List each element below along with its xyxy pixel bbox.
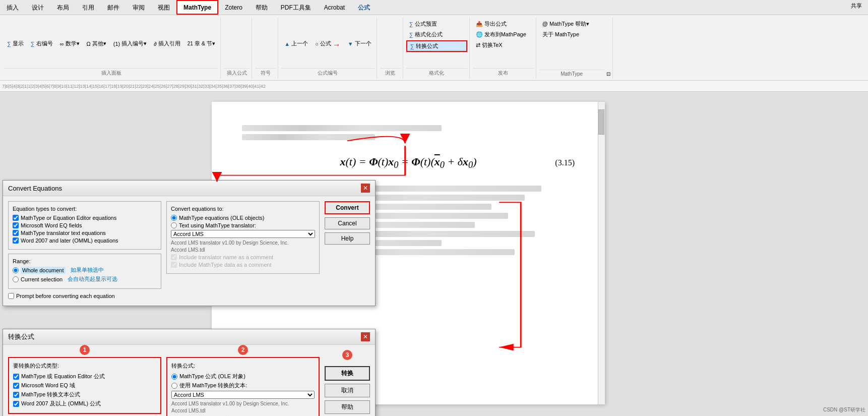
group-title-symbol: 符号 — [255, 68, 276, 77]
tab-mathtype[interactable]: MathType — [176, 0, 218, 15]
btn-export-formula[interactable]: 📤 导出公式 — [473, 19, 534, 29]
btn-publish-mathpage[interactable]: 🌐 发布到MathPage — [473, 30, 534, 39]
checkbox-mathtype-eq[interactable]: MathType or Equation Editor equations — [13, 215, 157, 221]
scrollbar[interactable] — [598, 102, 605, 404]
tab-reference[interactable]: 引用 — [76, 0, 101, 15]
tab-design[interactable]: 设计 — [25, 0, 50, 15]
checkbox-word2007-eq[interactable]: Word 2007 and later (OMML) equations — [13, 237, 157, 244]
dialog-titlebar-zh: 转换公式 ✕ — [3, 329, 375, 345]
dialog-right-en: Convert Cancel Help — [325, 201, 370, 301]
section-range: Range: Whole document 如果单独选中 Current sel… — [8, 254, 161, 289]
btn-next-formula[interactable]: ▼ 下一个 — [345, 19, 375, 68]
btn-math[interactable]: ∞ 数学▾ — [57, 19, 83, 68]
tab-view[interactable]: 视图 — [151, 0, 176, 15]
section-convert-to-zh: 转换公式: MathType 公式 (OLE 对象) 使用 MathType 转… — [166, 357, 320, 416]
main-area: Convert Equations ✕ Equation types to co… — [0, 92, 868, 416]
num-circle-3: 3 — [342, 350, 352, 360]
convert-button-zh[interactable]: 转换 — [325, 366, 370, 381]
translator-select-zh[interactable]: Accord LMS — [171, 391, 315, 399]
dialog-left-zh: 1 要转换的公式类型: MathType 或 Equation Editor 公… — [8, 350, 161, 416]
section-convert-to: Convert equations to: MathType equations… — [166, 201, 320, 274]
help-button-en[interactable]: Help — [325, 232, 370, 245]
convert-button-en[interactable]: Convert — [325, 201, 370, 214]
whole-doc-label: Whole document — [21, 267, 66, 274]
dialog-middle-zh: 2 转换公式: MathType 公式 (OLE 对象) 使用 MathType… — [166, 350, 320, 416]
group-title-insert-formula: 插入公式 — [224, 68, 250, 77]
dialog-title-zh: 转换公式 — [8, 332, 34, 341]
btn-insert-cite[interactable]: ∂ 插入引用 — [151, 19, 183, 68]
radio-text-translator[interactable]: Text using MathType translator: — [171, 222, 315, 228]
blur-text-1 — [242, 125, 442, 131]
tab-zotero[interactable]: Zotero — [218, 0, 249, 15]
tab-mail[interactable]: 邮件 — [101, 0, 126, 15]
section-eq-types: Equation types to convert: MathType or E… — [8, 201, 161, 250]
dialog-body-zh: 1 要转换的公式类型: MathType 或 Equation Editor 公… — [3, 345, 375, 416]
radio-mathtype-ole[interactable]: MathType equations (OLE objects) — [171, 215, 315, 221]
checkbox-prompt[interactable]: Prompt before converting each equation — [8, 293, 161, 299]
btn-mathtype-help[interactable]: @ MathType 帮助▾ — [539, 19, 610, 29]
dialog-close-en[interactable]: ✕ — [361, 184, 370, 193]
formula-content: x(t) = Φ(t)x0 = Φ(t)(x0 + δx0) — [340, 155, 477, 170]
blur-text-2 — [242, 134, 375, 140]
group-title-browse: 浏览 — [380, 68, 401, 77]
tab-review[interactable]: 审阅 — [126, 0, 151, 15]
ribbon: 插入 设计 布局 引用 邮件 审阅 视图 MathType Zotero 帮助 … — [0, 0, 868, 81]
tab-insert[interactable]: 插入 — [0, 0, 25, 15]
help-button-zh[interactable]: 帮助 — [325, 400, 370, 414]
tab-acrobat[interactable]: Acrobat — [318, 0, 351, 15]
checkbox-word-eq-zh[interactable]: Microsoft Word EQ 域 — [13, 382, 156, 389]
radio-current-selection[interactable]: Current selection 会自动亮起显示可选 — [13, 275, 157, 283]
checkbox-include-data[interactable]: Include MathType data as a comment — [171, 262, 315, 268]
convert-to-title: Convert equations to: — [171, 206, 315, 212]
checkbox-include-name[interactable]: Include translator name as a comment — [171, 254, 315, 260]
dialog-titlebar-en: Convert Equations ✕ — [3, 181, 375, 196]
btn-prev-formula[interactable]: ▲ 上一个 — [281, 19, 311, 68]
ribbon-tabs: 插入 设计 布局 引用 邮件 审阅 视图 MathType Zotero 帮助 … — [0, 0, 868, 15]
btn-about-mathtype[interactable]: 关于 MathType — [539, 30, 610, 39]
ribbon-content: ∑ 显示 ∑ 右编号 ∞ 数学▾ Ω 其他▾ (1) 插入编号▾ ∂ 插入引用 — [0, 15, 868, 81]
scrollbar-thumb[interactable] — [598, 109, 604, 135]
group-expand-icon[interactable]: ⊡ — [606, 70, 610, 77]
btn-display[interactable]: ∑ 显示 — [4, 19, 27, 68]
current-selection-label: Current selection — [21, 276, 63, 282]
group-title-formula-code: 公式编号 — [281, 68, 374, 77]
btn-insert-number[interactable]: (1) 插入编号▾ — [110, 19, 150, 68]
num-circle-1: 1 — [80, 345, 90, 355]
tab-formula[interactable]: 公式 — [351, 0, 377, 15]
share-button[interactable]: 共享 — [845, 0, 868, 15]
cancel-button-en[interactable]: Cancel — [325, 217, 370, 229]
btn-formula[interactable]: ○ 公式 → — [312, 19, 344, 68]
btn-chapter[interactable]: 21 章 & 节▾ — [184, 19, 219, 68]
dialog-middle-en: Convert equations to: MathType equations… — [166, 201, 320, 301]
radio-whole-doc[interactable]: Whole document 如果单独选中 — [13, 266, 157, 274]
btn-formula-preset[interactable]: ∑ 公式预置 — [406, 19, 467, 29]
tab-pdf[interactable]: PDF工具集 — [274, 0, 318, 15]
radio-mathtype-ole-zh[interactable]: MathType 公式 (OLE 对象) — [171, 373, 315, 380]
group-title-format: 格式化 — [406, 68, 467, 77]
checkbox-translator-eq-zh[interactable]: MathType 转换文本公式 — [13, 391, 156, 398]
radio-text-translator-zh[interactable]: 使用 MathType 转换的文本: — [171, 382, 315, 389]
translator-select[interactable]: Accord LMS — [171, 230, 315, 238]
btn-convert-formula[interactable]: ∑ 转换公式 — [406, 40, 467, 52]
checkbox-word2007-eq-zh[interactable]: Word 2007 及以上 (OMML) 公式 — [13, 400, 156, 407]
dialog-right-zh: 3 转换 取消 帮助 — [325, 350, 370, 416]
tab-help[interactable]: 帮助 — [249, 0, 274, 15]
cancel-button-zh[interactable]: 取消 — [325, 384, 370, 397]
dialog-left-en: Equation types to convert: MathType or E… — [8, 201, 161, 301]
dialog-convert-zh: 转换公式 ✕ 1 要转换的公式类型: MathType 或 Equation E… — [3, 329, 376, 416]
checkbox-mathtype-eq-zh[interactable]: MathType 或 Equation Editor 公式 — [13, 373, 156, 380]
btn-format-formula[interactable]: ∑ 格式化公式 — [406, 30, 467, 39]
dialog-close-zh[interactable]: ✕ — [361, 332, 370, 341]
btn-switch-tex[interactable]: ⇄ 切换TeX — [473, 40, 534, 50]
checkbox-word-eq[interactable]: Microsoft Word EQ fields — [13, 222, 157, 228]
btn-right-number[interactable]: ∑ 右编号 — [28, 19, 56, 68]
translator-info2: Accord LMS.tdl — [171, 247, 315, 253]
dialog-convert-en: Convert Equations ✕ Equation types to co… — [3, 180, 376, 306]
translator-info1-zh: Accord LMS translator v1.00 by Design Sc… — [171, 401, 315, 406]
btn-other[interactable]: Ω 其他▾ — [84, 19, 109, 68]
checkbox-translator-eq[interactable]: MathType translator text equations — [13, 230, 157, 236]
doc-area: Convert Equations ✕ Equation types to co… — [0, 92, 868, 416]
group-title-mathtype: MathType — [539, 70, 604, 77]
annotation-text1: 如果单独选中 — [71, 266, 104, 274]
tab-layout[interactable]: 布局 — [50, 0, 76, 15]
